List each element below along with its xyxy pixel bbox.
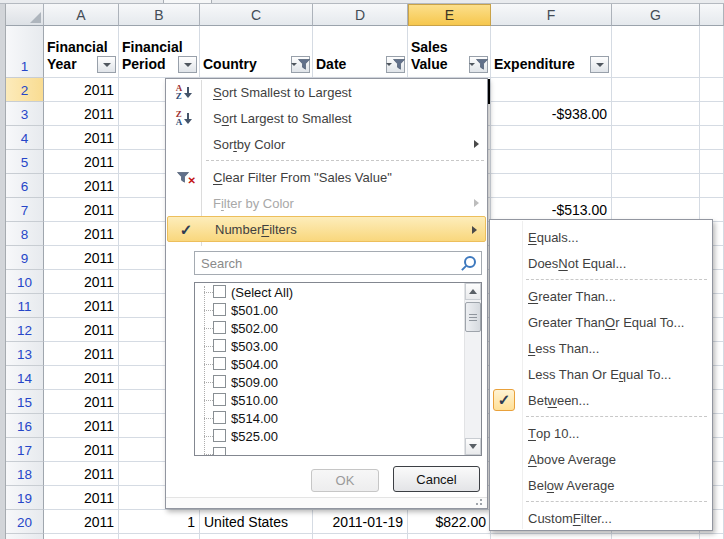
dropdown-button-B[interactable] [178, 56, 197, 73]
row-header-6[interactable]: 6 [6, 174, 44, 198]
cell-F21[interactable] [491, 534, 612, 539]
checkbox[interactable] [213, 357, 226, 370]
cell-H3[interactable] [700, 102, 724, 126]
column-header-C[interactable]: C [200, 4, 313, 26]
row-header-7[interactable]: 7 [6, 198, 44, 222]
column-header-B[interactable]: B [119, 4, 200, 26]
column-header-D[interactable]: D [313, 4, 408, 26]
row-header-3[interactable]: 3 [6, 102, 44, 126]
cell-A9[interactable]: 2011 [44, 246, 119, 270]
cell-A11[interactable]: 2011 [44, 294, 119, 318]
row-header-1[interactable]: 1 [6, 26, 44, 78]
cell-A5[interactable]: 2011 [44, 150, 119, 174]
filter-value-509-00[interactable]: $509.00 [195, 373, 481, 391]
cell-A16[interactable]: 2011 [44, 414, 119, 438]
cell-H1[interactable] [700, 26, 724, 78]
column-header-A[interactable]: A [44, 4, 119, 26]
menu-item-filter-by-color[interactable]: Filter by Color [166, 190, 487, 216]
cell-A3[interactable]: 2011 [44, 102, 119, 126]
checkbox[interactable] [213, 447, 226, 456]
cell-E21[interactable] [408, 534, 491, 539]
filter-value-503-00[interactable]: $503.00 [195, 337, 481, 355]
row-header-5[interactable]: 5 [6, 150, 44, 174]
checkbox[interactable] [213, 339, 226, 352]
cell-F4[interactable] [491, 126, 612, 150]
dropdown-button-A[interactable] [97, 56, 116, 73]
checkbox[interactable] [213, 429, 226, 442]
submenu-item-top-10[interactable]: Top 10... [490, 420, 712, 446]
cell-A8[interactable]: 2011 [44, 222, 119, 246]
cell-A6[interactable]: 2011 [44, 174, 119, 198]
cell-G3[interactable] [612, 102, 700, 126]
cancel-button[interactable]: Cancel [393, 466, 480, 492]
filter-value-525-00[interactable]: $525.00 [195, 427, 481, 445]
cell-G4[interactable] [612, 126, 700, 150]
row-header-4[interactable]: 4 [6, 126, 44, 150]
cell-E20[interactable]: $822.00 [408, 510, 491, 534]
header-cell-B1[interactable]: FinancialPeriod [119, 26, 200, 78]
cell-G6[interactable] [612, 174, 700, 198]
cell-H2[interactable] [700, 78, 724, 102]
row-header-21[interactable] [6, 534, 44, 539]
row-header-12[interactable]: 12 [6, 318, 44, 342]
row-header-15[interactable]: 15 [6, 390, 44, 414]
submenu-item-between[interactable]: ✓Between... [490, 387, 712, 413]
submenu-item-below-average[interactable]: Below Average [490, 472, 712, 498]
cell-A12[interactable]: 2011 [44, 318, 119, 342]
submenu-item-less-than[interactable]: Less Than... [490, 335, 712, 361]
cell-H21[interactable] [700, 534, 724, 539]
submenu-item-does-not-equal[interactable]: Does Not Equal... [490, 250, 712, 276]
checkbox[interactable] [213, 393, 226, 406]
header-cell-F1[interactable]: Expenditure [491, 26, 612, 78]
submenu-item-above-average[interactable]: Above Average [490, 446, 712, 472]
cell-A7[interactable]: 2011 [44, 198, 119, 222]
filter-button-E[interactable] [469, 56, 488, 73]
scrollbar-thumb[interactable] [465, 302, 481, 332]
row-header-19[interactable]: 19 [6, 486, 44, 510]
filter-button-C[interactable] [291, 56, 310, 73]
header-cell-E1[interactable]: SalesValue [408, 26, 491, 78]
submenu-item-less-than-or-equal-to[interactable]: Less Than Or Equal To... [490, 361, 712, 387]
row-header-18[interactable]: 18 [6, 462, 44, 486]
filter-value-501-00[interactable]: $501.00 [195, 301, 481, 319]
menu-item-clear-filter-from-sales-value[interactable]: ✕Clear Filter From "Sales Value" [166, 164, 487, 190]
cell-A15[interactable]: 2011 [44, 390, 119, 414]
cell-G21[interactable] [612, 534, 700, 539]
submenu-item-greater-than[interactable]: Greater Than... [490, 283, 712, 309]
row-header-13[interactable]: 13 [6, 342, 44, 366]
filter-value-514-00[interactable]: $514.00 [195, 409, 481, 427]
cell-A13[interactable]: 2011 [44, 342, 119, 366]
cell-H4[interactable] [700, 126, 724, 150]
cell-F3[interactable]: -$938.00 [491, 102, 612, 126]
header-cell-C1[interactable]: Country [200, 26, 313, 78]
cell-C21[interactable] [200, 534, 313, 539]
header-cell-D1[interactable]: Date [313, 26, 408, 78]
checkbox[interactable] [213, 285, 226, 298]
menu-item-sort-largest-to-smallest[interactable]: ZASort Largest to Smallest [166, 105, 487, 131]
cell-F5[interactable] [491, 150, 612, 174]
cell-A14[interactable]: 2011 [44, 366, 119, 390]
cell-H6[interactable] [700, 174, 724, 198]
cell-A20[interactable]: 2011 [44, 510, 119, 534]
cell-A21[interactable] [44, 534, 119, 539]
scroll-down-button[interactable] [465, 438, 481, 455]
cell-B21[interactable] [119, 534, 200, 539]
dropdown-resize-strip[interactable] [166, 497, 487, 508]
submenu-item-greater-than-or-equal-to[interactable]: Greater Than Or Equal To... [490, 309, 712, 335]
checkbox[interactable] [213, 375, 226, 388]
dropdown-button-F[interactable] [590, 56, 609, 73]
cell-A17[interactable]: 2011 [44, 438, 119, 462]
menu-item-number-filters[interactable]: ✓Number Filters [167, 216, 486, 242]
submenu-item-equals[interactable]: Equals... [490, 224, 712, 250]
cell-F6[interactable] [491, 174, 612, 198]
checkbox[interactable] [213, 303, 226, 316]
column-header-E[interactable]: E [408, 4, 491, 26]
cell-A4[interactable]: 2011 [44, 126, 119, 150]
column-header-G[interactable]: G [612, 4, 700, 26]
row-header-11[interactable]: 11 [6, 294, 44, 318]
row-header-10[interactable]: 10 [6, 270, 44, 294]
cell-A19[interactable]: 2011 [44, 486, 119, 510]
filter-value-504-00[interactable]: $504.00 [195, 355, 481, 373]
cell-G5[interactable] [612, 150, 700, 174]
search-input[interactable] [194, 251, 482, 275]
